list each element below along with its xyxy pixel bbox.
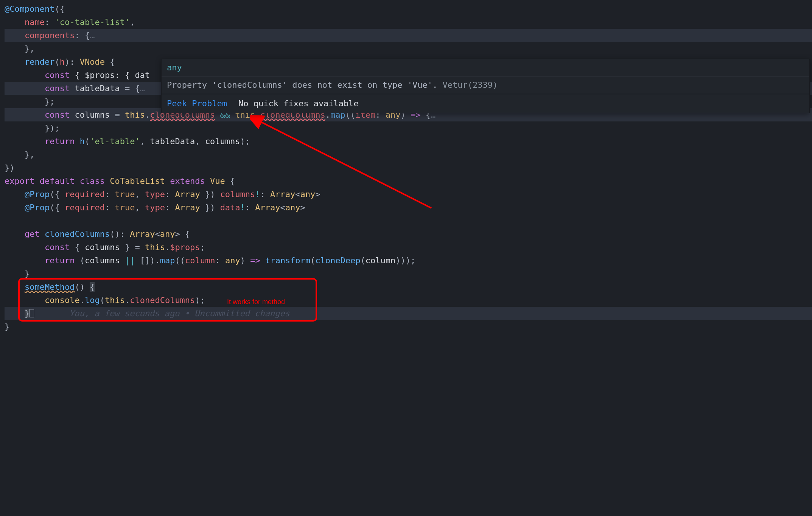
code-line[interactable]: @Component({ [5, 2, 812, 16]
getter-clonedcolumns: clonedColumns [45, 229, 110, 239]
method-somemethod: someMethod [25, 282, 75, 292]
code-line[interactable]: someMethod() { [5, 280, 812, 294]
class-name: CoTableList [110, 176, 165, 186]
obj-console: console [45, 295, 80, 305]
hover-tooltip[interactable]: any Property 'clonedColumns' does not ex… [161, 59, 810, 113]
code-line[interactable]: const { columns } = this.$props; [5, 241, 812, 254]
hover-message: Property 'clonedColumns' does not exist … [162, 76, 809, 93]
decorator-prop: @Prop [25, 190, 50, 199]
var-ref: tableData [150, 137, 195, 146]
prop-components: components [25, 31, 75, 40]
bool-true: true [115, 203, 135, 212]
type-array: Array [175, 203, 200, 212]
code-line[interactable]: }) [5, 161, 812, 174]
kw-const: const [45, 242, 70, 252]
hover-type: any [162, 59, 809, 76]
prop-props: $props [170, 242, 200, 252]
field-columns: columns [220, 190, 255, 199]
kw-this: this [105, 295, 125, 305]
code-line[interactable]: } [5, 320, 812, 333]
var-tabledata: tableData [75, 84, 120, 93]
type-array: Array [175, 190, 200, 199]
method-render: render [25, 57, 54, 67]
param-h: h [60, 57, 65, 67]
method-map: map [160, 256, 175, 265]
code-line[interactable]: return h('el-table', tableData, columns)… [5, 135, 812, 148]
var-ref: columns [205, 137, 240, 146]
git-blame-annotation: You, a few seconds ago • Uncommitted cha… [69, 309, 290, 318]
code-line[interactable]: return (columns || []).map((column: any)… [5, 254, 812, 267]
kw-return: return [45, 137, 75, 146]
kw-get: get [25, 229, 40, 239]
code-line-active[interactable]: } You, a few seconds ago • Uncommitted c… [5, 307, 812, 320]
string-literal: 'co-table-list' [54, 17, 130, 27]
string-literal: 'el-table' [90, 137, 140, 146]
kw-class: class [80, 176, 105, 186]
code-line[interactable]: name: 'co-table-list', [5, 16, 812, 29]
type-array: Array [255, 203, 280, 212]
code-line[interactable]: get clonedColumns(): Array<any> { [5, 227, 812, 241]
op-bang: ! [240, 203, 245, 212]
field-data: data [220, 203, 240, 212]
type-array: Array [130, 229, 155, 239]
fn-h: h [80, 137, 85, 146]
var-columns: columns [75, 110, 110, 120]
prop-name: name [25, 17, 45, 27]
code-line[interactable]: console.log(this.clonedColumns); [5, 294, 812, 307]
code-line[interactable]: components: {… [5, 29, 812, 42]
type-any: any [225, 256, 240, 265]
prop-clonedcolumns: clonedColumns [130, 295, 195, 305]
hover-actions: Peek Problem No quick fixes available [162, 94, 809, 113]
cursor-icon [30, 309, 34, 317]
decorator: @Component [5, 4, 54, 14]
fold-icon[interactable]: … [140, 84, 145, 93]
destructure: { $props: { dat [75, 70, 150, 80]
var-ref: columns [85, 256, 120, 265]
prop-type: type [145, 190, 165, 199]
var-ref: column [366, 256, 395, 265]
annotation-text: It works for method [227, 298, 291, 306]
param-column: column [185, 256, 215, 265]
kw-export: export [5, 176, 34, 186]
op-bang: ! [255, 190, 260, 199]
class-vue: Vue [210, 176, 225, 186]
peek-problem-link[interactable]: Peek Problem [167, 96, 227, 110]
prop-required: required [65, 190, 105, 199]
code-line[interactable]: } [5, 267, 812, 280]
kw-this: this [145, 242, 165, 252]
prop-type: type [145, 203, 165, 212]
type-vnode: VNode [80, 57, 105, 67]
code-line[interactable]: }, [5, 148, 812, 161]
type-array: Array [270, 190, 295, 199]
kw-const: const [45, 84, 70, 93]
quickfix-label: No quick fixes available [238, 96, 359, 110]
kw-return: return [45, 256, 75, 265]
code-line[interactable] [5, 214, 812, 227]
code-line[interactable]: export default class CoTableList extends… [5, 174, 812, 188]
bool-true: true [115, 190, 135, 199]
kw-extends: extends [170, 176, 205, 186]
prop-required: required [65, 203, 105, 212]
code-line[interactable]: @Prop({ required: true, type: Array }) c… [5, 188, 812, 201]
kw-this: this [125, 110, 145, 120]
method-log: log [85, 295, 100, 305]
code-line[interactable]: @Prop({ required: true, type: Array }) d… [5, 201, 812, 214]
kw-const: const [45, 110, 70, 120]
type-any: any [160, 229, 175, 239]
type-any: any [300, 190, 316, 199]
code-line[interactable]: }); [5, 121, 812, 135]
fn-transform: transform [265, 256, 310, 265]
hover-source: Vetur(2339) [443, 80, 498, 90]
type-any: any [285, 203, 300, 212]
code-editor[interactable]: @Component({ name: 'co-table-list', comp… [0, 0, 812, 333]
decorator-prop: @Prop [25, 203, 50, 212]
fold-icon[interactable]: … [90, 31, 95, 40]
fn-clonedeep: cloneDeep [315, 256, 360, 265]
kw-default: default [40, 176, 75, 186]
var-columns: columns [85, 242, 120, 252]
code-line[interactable]: }, [5, 42, 812, 55]
kw-const: const [45, 70, 70, 80]
